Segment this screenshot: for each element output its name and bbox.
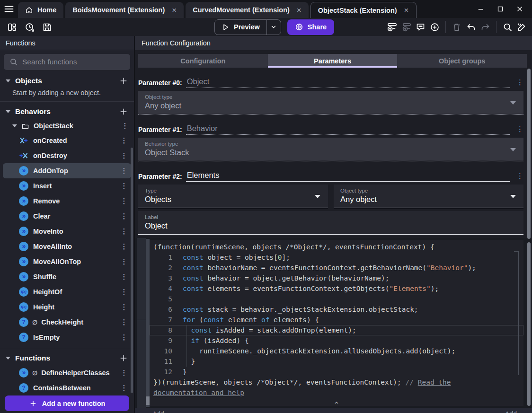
history-icon[interactable] — [24, 21, 35, 33]
save-icon[interactable] — [41, 21, 53, 33]
chevron-down-icon[interactable] — [12, 124, 17, 127]
add-subevent-icon[interactable] — [400, 21, 412, 33]
search-functions-box[interactable] — [4, 54, 130, 70]
field-label-select[interactable]: LabelObject — [138, 211, 523, 235]
sidebar-item-clear[interactable]: »Clear⋮ — [3, 209, 131, 224]
item-menu-icon[interactable]: ⋮ — [120, 167, 128, 175]
section-functions[interactable]: Functions — [0, 351, 134, 365]
item-menu-icon[interactable]: ⋮ — [120, 151, 128, 160]
add-object-icon[interactable] — [119, 76, 128, 86]
preview-button[interactable]: Preview — [214, 19, 281, 35]
tab-curvedmovement-extension[interactable]: CurvedMovement (Extension)× — [186, 2, 309, 18]
sidebar-item-height[interactable]: f(x)Height⋮ — [3, 299, 131, 315]
sidebar-item-shuffle[interactable]: »Shuffle⋮ — [3, 269, 131, 284]
close-tab-icon[interactable]: × — [297, 6, 301, 14]
chevron-down-icon[interactable] — [6, 79, 10, 82]
field-object-type-select[interactable]: Object typeAny object — [138, 91, 523, 114]
search-functions-input[interactable] — [22, 58, 130, 66]
preview-button-main[interactable]: Preview — [215, 23, 266, 31]
sidebar-item-definehelperclasses[interactable]: »∅DefineHelperClasses⋮ — [3, 365, 131, 380]
search-icon[interactable] — [502, 21, 513, 33]
item-menu-icon[interactable]: ⋮ — [120, 288, 128, 296]
tab-objectstack-extension[interactable]: ObjectStack (Extension)× — [310, 2, 417, 18]
minimize-button[interactable] — [473, 3, 488, 15]
sidebar-item-moveinto[interactable]: »MoveInto⋮ — [3, 224, 131, 239]
tab-parameters[interactable]: Parameters — [268, 54, 398, 68]
parameter-name-input[interactable]: Elements — [186, 171, 510, 182]
parameter-menu-icon[interactable]: ⋮ — [516, 125, 523, 135]
preview-options-chevron-icon[interactable] — [266, 19, 281, 35]
item-menu-icon[interactable]: ⋮ — [120, 384, 128, 392]
sidebar-item-oncreated[interactable]: onCreated⋮ — [3, 133, 131, 148]
section-behaviors[interactable]: Behaviors — [0, 105, 134, 119]
trash-icon[interactable] — [451, 21, 462, 33]
item-menu-icon[interactable]: ⋮ — [120, 318, 128, 326]
field-type-select[interactable]: TypeObjects — [138, 185, 328, 208]
parameter-menu-icon[interactable]: ⋮ — [516, 172, 523, 182]
close-tab-icon[interactable]: × — [172, 6, 177, 14]
item-menu-icon[interactable]: ⋮ — [120, 197, 128, 205]
item-menu-icon[interactable]: ⋮ — [120, 369, 128, 377]
item-menu-icon[interactable]: ⋮ — [120, 182, 128, 190]
redo-icon[interactable] — [479, 21, 491, 33]
behavior-group-objectstack[interactable]: ObjectStack ⋮ — [0, 119, 134, 133]
dropdown-arrow-icon — [315, 195, 320, 198]
item-menu-icon[interactable]: ⋮ — [120, 242, 128, 251]
code-editor-scrollbar[interactable] — [518, 251, 519, 375]
undo-icon[interactable] — [465, 21, 477, 33]
add-function-icon[interactable] — [119, 353, 128, 363]
field-behavior-type-select[interactable]: Behavior typeObject Stack — [138, 138, 523, 161]
add-event-icon[interactable] — [386, 21, 398, 33]
item-menu-icon[interactable]: ⋮ — [120, 136, 128, 145]
sidebar-item-moveallontop[interactable]: »MoveAllOnTop⋮ — [3, 254, 131, 269]
panels-layout-icon[interactable] — [6, 21, 18, 33]
collapse-caret[interactable]: ^ — [150, 399, 523, 406]
sidebar-scrollbar[interactable] — [131, 148, 133, 393]
tab-home[interactable]: Home — [18, 2, 63, 18]
item-menu-icon[interactable]: ⋮ — [120, 227, 128, 236]
chevron-down-icon[interactable] — [6, 357, 10, 360]
code-line: 9 if (isAdded) { — [150, 335, 523, 346]
tab-object-groups[interactable]: Object groups — [397, 54, 527, 68]
maximize-button[interactable] — [493, 3, 508, 15]
share-button[interactable]: Share — [287, 19, 334, 35]
sidebar-item-containsbetween[interactable]: ?ContainsBetween⋮ — [3, 380, 131, 393]
section-objects[interactable]: Objects — [0, 74, 134, 88]
sidebar-item-addontop[interactable]: »AddOnTop⋮ — [3, 163, 131, 178]
item-menu-icon[interactable]: ⋮ — [120, 257, 128, 266]
sidebar-item-moveallinto[interactable]: »MoveAllInto⋮ — [3, 239, 131, 254]
item-menu-icon[interactable]: ⋮ — [120, 333, 128, 342]
item-menu-icon[interactable]: ⋮ — [120, 212, 128, 220]
code-left-scrollbar[interactable] — [146, 239, 150, 407]
parameters-scrollbar[interactable] — [527, 69, 531, 239]
chevron-down-icon[interactable] — [6, 110, 10, 113]
sidebar-item-insert[interactable]: »Insert⋮ — [3, 178, 131, 193]
parameter-menu-icon[interactable]: ⋮ — [516, 78, 523, 88]
item-menu-icon[interactable]: ⋮ — [120, 272, 128, 281]
add-event-choose-icon[interactable] — [429, 21, 440, 33]
events-scrollbar[interactable] — [527, 242, 531, 406]
sidebar-item-heightof[interactable]: f(x)HeightOf⋮ — [3, 284, 131, 299]
sidebar-item-checkheight[interactable]: ?∅CheckHeight⋮ — [3, 315, 131, 330]
main-menu-icon[interactable] — [0, 0, 18, 18]
parameter-name-input[interactable]: Object — [186, 77, 510, 88]
sidebar-item-ondestroy[interactable]: onDestroy⋮ — [3, 148, 131, 163]
sidebar-item-isempty[interactable]: ?IsEmpty⋮ — [3, 330, 131, 345]
edit-pencil-icon[interactable] — [516, 21, 527, 33]
item-menu-icon[interactable]: ⋮ — [120, 303, 128, 311]
close-tab-icon[interactable]: × — [404, 6, 409, 14]
field-object-type-select[interactable]: Object typeAny object — [334, 185, 523, 208]
parameter-name-input[interactable]: Behavior — [186, 124, 510, 135]
item-menu-icon[interactable]: ⋮ — [121, 122, 129, 130]
read-documentation-link[interactable]: Read the — [418, 378, 451, 386]
tab-boidsmovement-extension[interactable]: BoidsMovement (Extension)× — [65, 2, 184, 18]
add-comment-icon[interactable] — [415, 21, 426, 33]
add-new-function-button[interactable]: Add a new function — [5, 395, 129, 411]
sidebar-item-remove[interactable]: »Remove⋮ — [3, 193, 131, 209]
add-behavior-icon[interactable] — [119, 107, 128, 116]
close-window-button[interactable] — [512, 3, 527, 15]
read-documentation-link[interactable]: documentation and help — [153, 389, 244, 396]
javascript-code-editor[interactable]: (function(runtimeScene, objects /*Object… — [150, 240, 523, 406]
tab-configuration[interactable]: Configuration — [138, 54, 268, 68]
next-row-cutoff: Add Add — [135, 408, 532, 413]
